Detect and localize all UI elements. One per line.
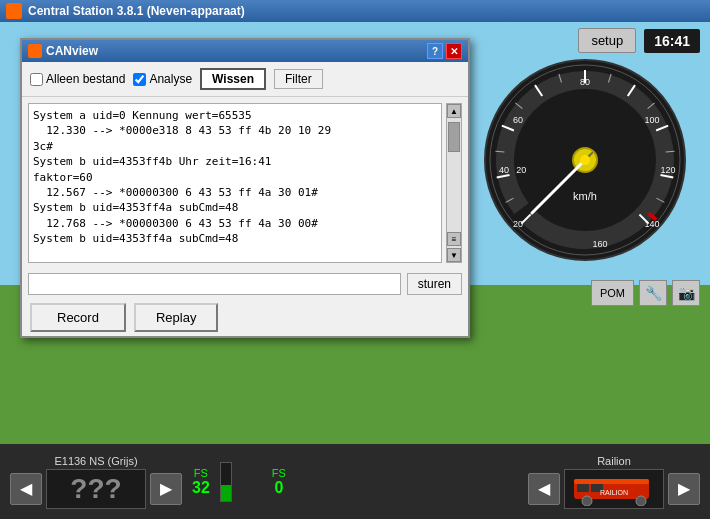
log-line-1: System a uid=0 Kennung wert=65535 — [33, 108, 437, 123]
svg-text:RAILION: RAILION — [600, 489, 628, 496]
fs1-display: FS 32 — [192, 467, 210, 497]
loco1-name: E1136 NS (Grijs) — [54, 455, 137, 467]
fs2-display: FS 0 — [272, 467, 286, 497]
wissen-button[interactable]: Wissen — [200, 68, 266, 90]
canview-icon — [28, 44, 42, 58]
pom-area: POM 🔧 📷 — [591, 280, 700, 306]
loco1-prev-button[interactable]: ◀ — [10, 473, 42, 505]
alleen-bestand-checkbox[interactable] — [30, 73, 43, 86]
top-right-buttons: setup 16:41 — [578, 28, 700, 53]
log-line-5: faktor=60 — [33, 170, 437, 185]
svg-point-32 — [636, 496, 646, 506]
dialog-titlebar-buttons: ? ✕ — [427, 43, 462, 59]
record-button[interactable]: Record — [30, 303, 126, 332]
fs2-label: FS — [272, 467, 286, 479]
loco1-display: ??? — [46, 469, 146, 509]
speed-bar-1 — [220, 462, 232, 502]
analyse-checkbox-item: Analyse — [133, 72, 192, 86]
svg-point-31 — [582, 496, 592, 506]
help-button[interactable]: ? — [427, 43, 443, 59]
speed-label-140: 140 — [644, 219, 659, 229]
log-line-7: System b uid=4353ff4a subCmd=48 — [33, 200, 437, 215]
scroll-menu-button[interactable]: ≡ — [447, 232, 461, 246]
alleen-bestand-checkbox-item: Alleen bestand — [30, 72, 125, 86]
canview-title: CANview — [46, 44, 98, 58]
bottom-bar: E1136 NS (Grijs) ◀ ??? ▶ FS 32 FS 0 Rail… — [0, 444, 710, 519]
canview-content: System a uid=0 Kennung wert=65535 12.330… — [22, 97, 468, 269]
speed-label-40: 40 — [499, 165, 509, 175]
main-titlebar: Central Station 3.8.1 (Neven-apparaat) — [0, 0, 710, 22]
svg-text:20: 20 — [516, 165, 526, 175]
input-row: sturen — [22, 269, 468, 299]
main-icon — [6, 3, 22, 19]
speed-label-60: 60 — [513, 115, 523, 125]
svg-point-26 — [580, 155, 590, 165]
speed-label-160: 160 — [592, 239, 607, 249]
loco1-next-button[interactable]: ▶ — [150, 473, 182, 505]
speedometer: 0 20 20 40 60 80 100 120 140 160 km/h — [480, 55, 690, 265]
svg-rect-28 — [574, 479, 649, 484]
fs1-value: 32 — [192, 479, 210, 497]
alleen-bestand-label: Alleen bestand — [46, 72, 125, 86]
loco3-image: RAILION — [564, 469, 664, 509]
action-row: Record Replay — [22, 299, 468, 336]
sturen-button[interactable]: sturen — [407, 273, 462, 295]
wrench-button[interactable]: 🔧 — [639, 280, 667, 306]
setup-button[interactable]: setup — [578, 28, 636, 53]
dialog-title-left: CANview — [28, 44, 98, 58]
scroll-thumb[interactable] — [448, 122, 460, 152]
loco1-controls: ◀ ??? ▶ — [10, 469, 182, 509]
canview-titlebar: CANview ? ✕ — [22, 40, 468, 62]
speed-label-20: 20 — [513, 219, 523, 229]
loco1-section: E1136 NS (Grijs) ◀ ??? ▶ — [10, 455, 182, 509]
replay-button[interactable]: Replay — [134, 303, 218, 332]
fs1-label: FS — [194, 467, 208, 479]
log-area[interactable]: System a uid=0 Kennung wert=65535 12.330… — [28, 103, 442, 263]
camera-button[interactable]: 📷 — [672, 280, 700, 306]
canview-dialog: CANview ? ✕ Alleen bestand Analyse Wisse… — [20, 38, 470, 338]
log-line-3: 3c# — [33, 139, 437, 154]
fs2-value: 0 — [274, 479, 283, 497]
filter-button[interactable]: Filter — [274, 69, 323, 89]
analyse-checkbox[interactable] — [133, 73, 146, 86]
pom-button[interactable]: POM — [591, 280, 634, 306]
close-button[interactable]: ✕ — [446, 43, 462, 59]
loco3-controls: ◀ RAILION ▶ — [528, 469, 700, 509]
analyse-label: Analyse — [149, 72, 192, 86]
log-line-9: System b uid=4353ff4a subCmd=48 — [33, 231, 437, 246]
speed-label-80: 80 — [580, 77, 590, 87]
main-title: Central Station 3.8.1 (Neven-apparaat) — [28, 4, 245, 18]
loco3-prev-button[interactable]: ◀ — [528, 473, 560, 505]
canview-toolbar: Alleen bestand Analyse Wissen Filter — [22, 62, 468, 97]
loco3-section: Railion ◀ RAILION ▶ — [528, 455, 700, 509]
loco3-svg: RAILION — [569, 471, 659, 506]
loco3-name: Railion — [597, 455, 631, 467]
log-line-8: 12.768 --> *00000300 6 43 53 ff 4a 30 00… — [33, 216, 437, 231]
log-scrollbar: ▲ ≡ ▼ — [446, 103, 462, 263]
speed-label-100: 100 — [644, 115, 659, 125]
log-line-4: System b uid=4353ff4b Uhr zeit=16:41 — [33, 154, 437, 169]
loco3-next-button[interactable]: ▶ — [668, 473, 700, 505]
speedometer-container: 0 20 20 40 60 80 100 120 140 160 km/h — [480, 55, 700, 275]
scroll-down-button[interactable]: ▼ — [447, 248, 461, 262]
time-display: 16:41 — [644, 29, 700, 53]
speed-unit: km/h — [573, 190, 597, 202]
speed-bar-fill-1 — [221, 485, 231, 500]
scroll-up-button[interactable]: ▲ — [447, 104, 461, 118]
speed-label-120: 120 — [660, 165, 675, 175]
svg-rect-29 — [577, 484, 589, 492]
log-line-2: 12.330 --> *0000e318 8 43 53 ff 4b 20 10… — [33, 123, 437, 138]
log-line-6: 12.567 --> *00000300 6 43 53 ff 4a 30 01… — [33, 185, 437, 200]
command-input[interactable] — [28, 273, 401, 295]
